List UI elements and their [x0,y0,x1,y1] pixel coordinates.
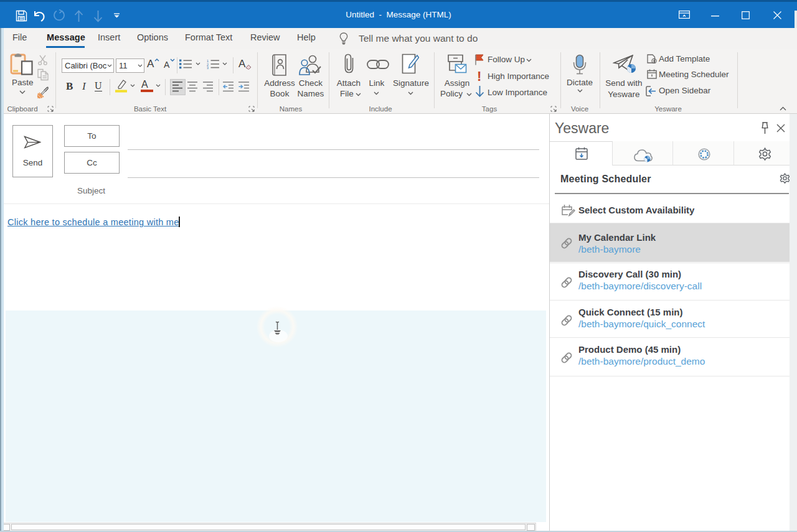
svg-text:3: 3 [207,66,209,69]
